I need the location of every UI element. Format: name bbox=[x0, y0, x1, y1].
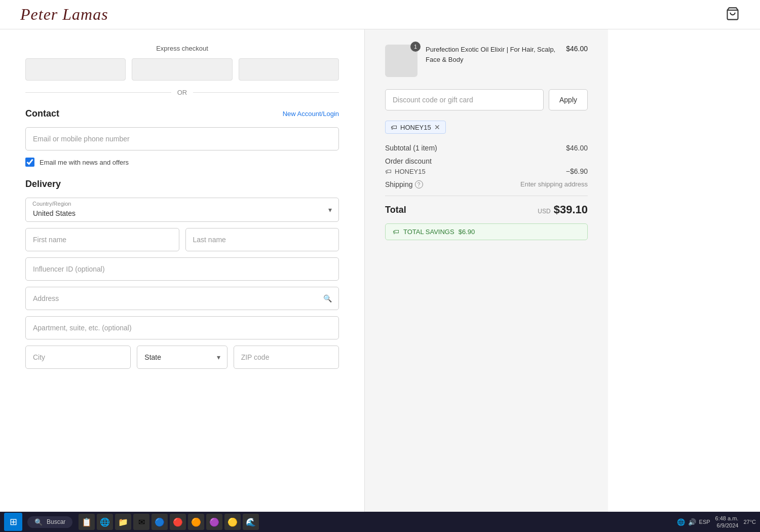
express-btn-2[interactable] bbox=[132, 58, 232, 81]
total-label: Total bbox=[385, 205, 406, 215]
shipping-value: Enter shipping address bbox=[520, 180, 588, 188]
taskbar-search-icon: 🔍 bbox=[34, 518, 43, 526]
taskbar-app-3[interactable]: 📁 bbox=[115, 514, 131, 530]
product-name: Purefection Exotic Oil Elixir | For Hair… bbox=[426, 45, 558, 64]
coupon-tag: 🏷 HONEY15 ✕ bbox=[385, 121, 446, 134]
country-select[interactable]: United States bbox=[25, 198, 339, 222]
apply-button[interactable]: Apply bbox=[549, 89, 588, 110]
express-checkout-label: Express checkout bbox=[25, 45, 339, 52]
product-price: $46.00 bbox=[566, 45, 588, 53]
or-divider: OR bbox=[25, 89, 339, 96]
network-icon: 🌐 bbox=[677, 518, 685, 526]
taskbar-search-text: Buscar bbox=[47, 518, 65, 525]
subtotal-label: Subtotal (1 item) bbox=[385, 144, 437, 152]
first-name-input[interactable] bbox=[25, 228, 179, 251]
taskbar-search[interactable]: 🔍 Buscar bbox=[27, 516, 72, 528]
total-currency: USD bbox=[538, 208, 550, 215]
shipping-label: Shipping bbox=[385, 180, 413, 188]
left-panel: Express checkout OR Contact New Account/… bbox=[0, 29, 365, 531]
taskbar-app-2[interactable]: 🌐 bbox=[97, 514, 113, 530]
subtotal-line: Subtotal (1 item) $46.00 bbox=[385, 144, 588, 152]
start-button[interactable]: ⊞ bbox=[4, 513, 22, 531]
taskbar-app-4[interactable]: ✉ bbox=[133, 514, 149, 530]
email-checkbox-label: Email me with news and offers bbox=[40, 159, 129, 166]
discount-code-label: HONEY15 bbox=[395, 168, 426, 175]
state-select[interactable]: State bbox=[137, 346, 227, 369]
discount-row: Apply bbox=[385, 89, 588, 110]
express-checkout-buttons bbox=[25, 58, 339, 81]
product-quantity-badge: 1 bbox=[410, 42, 421, 52]
main-layout: Express checkout OR Contact New Account/… bbox=[0, 29, 760, 531]
country-select-wrap: Country/Region United States ▾ bbox=[25, 198, 339, 222]
savings-value: $6.90 bbox=[459, 228, 475, 236]
state-select-wrap: State ▾ bbox=[137, 346, 227, 369]
login-link[interactable]: New Account/Login bbox=[283, 110, 339, 118]
zip-input[interactable] bbox=[234, 346, 339, 369]
product-image-wrap: 1 bbox=[385, 45, 417, 77]
taskbar-app-8[interactable]: 🟣 bbox=[206, 514, 222, 530]
name-row bbox=[25, 228, 339, 251]
taskbar-app-6[interactable]: 🔴 bbox=[170, 514, 186, 530]
taskbar-time-text: 6:48 a.m. bbox=[715, 515, 739, 522]
taskbar-system-icons: 🌐 🔊 ESP bbox=[677, 518, 710, 526]
product-row: 1 Purefection Exotic Oil Elixir | For Ha… bbox=[385, 45, 588, 77]
address-input[interactable] bbox=[25, 287, 339, 310]
email-checkbox-row: Email me with news and offers bbox=[25, 158, 339, 167]
header: Peter Lamas bbox=[0, 0, 760, 29]
order-discount-label: Order discount bbox=[385, 157, 432, 165]
address-search-icon: 🔍 bbox=[323, 294, 332, 302]
taskbar-app-7[interactable]: 🟠 bbox=[188, 514, 204, 530]
coupon-icon: 🏷 bbox=[391, 124, 397, 131]
influencer-row bbox=[25, 257, 339, 281]
email-checkbox[interactable] bbox=[25, 158, 34, 167]
discount-code-line: 🏷 HONEY15 bbox=[385, 167, 426, 175]
discount-tag-icon: 🏷 bbox=[385, 168, 392, 175]
volume-icon: 🔊 bbox=[688, 518, 696, 526]
logo: Peter Lamas bbox=[20, 5, 108, 24]
taskbar-apps: 📋 🌐 📁 ✉ 🔵 🔴 🟠 🟣 🟡 🌊 bbox=[79, 514, 259, 530]
city-input[interactable] bbox=[25, 346, 131, 369]
taskbar-app-5[interactable]: 🔵 bbox=[151, 514, 168, 530]
shipping-info-icon[interactable]: ? bbox=[415, 180, 423, 188]
temperature-display: 27°C bbox=[743, 519, 756, 525]
savings-label: TOTAL SAVINGS bbox=[403, 228, 454, 236]
email-input[interactable] bbox=[25, 127, 339, 150]
cart-button[interactable] bbox=[726, 7, 740, 22]
contact-header: Contact New Account/Login bbox=[25, 108, 339, 119]
total-line: Total USD $39.10 bbox=[385, 196, 588, 216]
language-indicator: ESP bbox=[699, 519, 710, 525]
taskbar-right: 🌐 🔊 ESP 6:48 a.m. 6/9/2024 27°C bbox=[677, 515, 756, 529]
shipping-line: Shipping ? Enter shipping address bbox=[385, 180, 588, 188]
discount-code-amount-line: 🏷 HONEY15 −$6.90 bbox=[385, 167, 588, 175]
savings-badge: 🏷 TOTAL SAVINGS $6.90 bbox=[385, 223, 588, 240]
coupon-code: HONEY15 bbox=[400, 124, 431, 131]
savings-icon: 🏷 bbox=[393, 228, 399, 236]
discount-input[interactable] bbox=[385, 89, 544, 110]
contact-title: Contact bbox=[25, 108, 59, 119]
coupon-remove-button[interactable]: ✕ bbox=[434, 123, 440, 131]
order-discount-line: Order discount bbox=[385, 157, 588, 165]
taskbar-app-1[interactable]: 📋 bbox=[79, 514, 95, 530]
influencer-input[interactable] bbox=[25, 257, 339, 281]
total-amount-wrap: USD $39.10 bbox=[538, 203, 588, 216]
subtotal-value: $46.00 bbox=[566, 144, 588, 152]
right-panel: 1 Purefection Exotic Oil Elixir | For Ha… bbox=[365, 29, 608, 531]
shipping-info: Shipping ? bbox=[385, 180, 423, 188]
taskbar-app-10[interactable]: 🌊 bbox=[243, 514, 259, 530]
last-name-input[interactable] bbox=[185, 228, 339, 251]
delivery-title: Delivery bbox=[25, 179, 339, 189]
apartment-input[interactable] bbox=[25, 316, 339, 339]
apartment-row bbox=[25, 316, 339, 339]
taskbar-app-9[interactable]: 🟡 bbox=[224, 514, 241, 530]
city-state-zip-row: State ▾ bbox=[25, 346, 339, 369]
taskbar: ⊞ 🔍 Buscar 📋 🌐 📁 ✉ 🔵 🔴 🟠 🟣 🟡 🌊 🌐 🔊 ESP 6… bbox=[0, 512, 760, 531]
total-amount: $39.10 bbox=[554, 203, 588, 216]
discount-value: −$6.90 bbox=[566, 167, 588, 175]
express-btn-3[interactable] bbox=[239, 58, 339, 81]
country-label: Country/Region bbox=[32, 201, 71, 207]
taskbar-date-text: 6/9/2024 bbox=[715, 522, 739, 529]
taskbar-clock: 6:48 a.m. 6/9/2024 bbox=[715, 515, 739, 529]
express-btn-1[interactable] bbox=[25, 58, 126, 81]
address-wrap: 🔍 bbox=[25, 287, 339, 310]
